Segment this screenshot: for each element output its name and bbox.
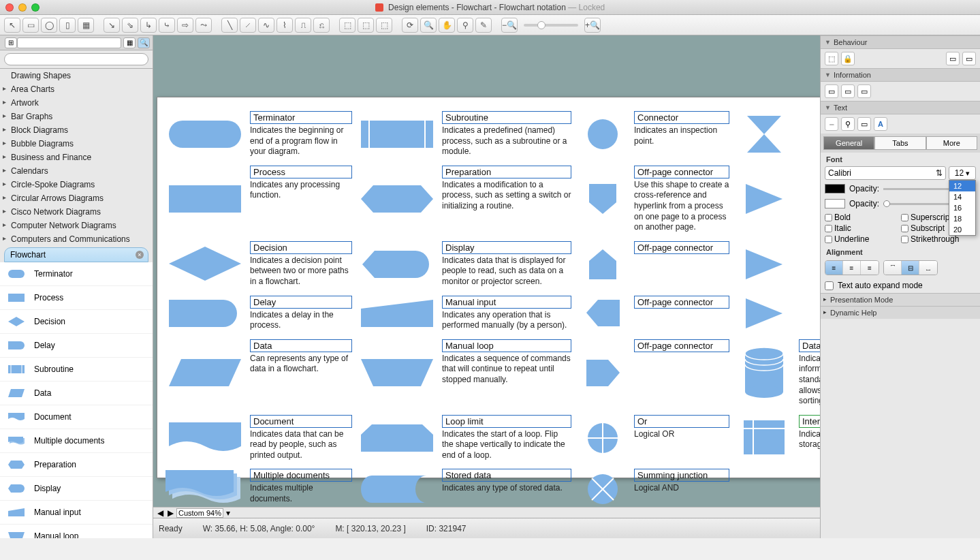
shape-list-item[interactable]: Preparation (0, 453, 153, 477)
group-3-icon[interactable]: ⬚ (376, 18, 392, 33)
canvas-shape[interactable] (733, 415, 795, 461)
tab-tabs[interactable]: Tabs (874, 136, 926, 150)
shape-list-item[interactable]: Process (0, 286, 153, 310)
canvas-shape[interactable] (733, 166, 795, 233)
close-window-icon[interactable] (5, 3, 14, 12)
zoom-select[interactable]: Custom 94% (176, 508, 223, 518)
checkbox[interactable] (825, 214, 832, 221)
align-center-button[interactable]: ≡ (843, 261, 861, 275)
library-search-input[interactable] (4, 53, 148, 65)
text-section[interactable]: Text (821, 101, 980, 114)
eyedrop-icon[interactable]: ⚲ (457, 18, 473, 33)
category-item[interactable]: Calendars (0, 164, 153, 178)
library-grid-icon[interactable]: ▦ (123, 37, 136, 48)
canvas-shape[interactable] (356, 241, 438, 287)
valign-top-button[interactable]: ⎴ (884, 261, 902, 275)
rect-tool-icon[interactable]: ▭ (22, 18, 39, 33)
canvas-shape[interactable] (164, 469, 246, 510)
zoom-tool-icon[interactable]: 🔍 (420, 18, 437, 33)
connector-3-icon[interactable]: ↳ (140, 18, 157, 33)
behaviour-section[interactable]: Behaviour (821, 35, 980, 49)
font-size-option[interactable]: 14 (949, 191, 975, 202)
connector-4-icon[interactable]: ⤷ (159, 18, 175, 33)
info-icon-2[interactable]: ▭ (841, 84, 855, 98)
behaviour-icon-1[interactable]: ⬚ (825, 52, 838, 65)
checkbox[interactable] (825, 236, 832, 243)
font-size-option[interactable]: 18 (949, 213, 975, 224)
canvas-shape[interactable] (164, 296, 246, 331)
canvas-area[interactable]: TerminatorIndicates the beginning or end… (153, 35, 820, 538)
category-item[interactable]: Circular Arrows Diagrams (0, 191, 153, 205)
zoom-in-icon[interactable]: +🔍 (584, 18, 601, 33)
align-right-button[interactable]: ≡ (861, 261, 879, 275)
flowchart-tab[interactable]: Flowchart × (4, 247, 148, 262)
pencil-icon[interactable]: ✎ (475, 18, 492, 33)
category-item[interactable]: Area Charts (0, 82, 153, 96)
canvas-shape[interactable] (356, 166, 438, 233)
canvas-shape[interactable] (575, 166, 630, 233)
canvas-shape[interactable] (733, 111, 795, 157)
canvas-shape[interactable] (733, 339, 795, 407)
line-1-icon[interactable]: ╲ (221, 18, 238, 33)
ellipse-tool-icon[interactable]: ◯ (41, 18, 57, 33)
canvas-shape[interactable] (575, 339, 630, 407)
tab-more[interactable]: More (926, 136, 977, 150)
canvas-shape[interactable] (356, 415, 438, 461)
bg-color-swatch[interactable] (825, 199, 845, 208)
info-icon-3[interactable]: ▭ (857, 84, 871, 98)
behaviour-icon-3[interactable]: ▭ (946, 52, 960, 65)
text-box-icon[interactable]: ▭ (857, 117, 871, 131)
group-1-icon[interactable]: ⬚ (339, 18, 355, 33)
canvas-shape[interactable] (575, 469, 630, 510)
category-item[interactable]: Computers and Communications (0, 232, 153, 246)
canvas-shape[interactable] (356, 339, 438, 407)
presentation-mode-item[interactable]: Presentation Mode (821, 293, 980, 306)
category-item[interactable]: Cisco Network Diagrams (0, 205, 153, 219)
checkbox[interactable] (901, 225, 908, 232)
shape-list-item[interactable]: Multiple documents (0, 429, 153, 453)
canvas-shape[interactable] (356, 111, 438, 157)
style-check-underline[interactable]: Underline (825, 234, 900, 244)
shape-list-item[interactable]: Display (0, 477, 153, 501)
canvas-shape[interactable] (575, 241, 630, 287)
library-search-icon[interactable]: 🔍 (138, 37, 150, 48)
line-6-icon[interactable]: ⎌ (313, 18, 330, 33)
valign-bot-button[interactable]: ⎵ (919, 261, 937, 275)
category-item[interactable]: Computer Network Diagrams (0, 219, 153, 232)
category-item[interactable]: Circle-Spoke Diagrams (0, 178, 153, 191)
font-size-dropdown[interactable]: 1214161820 (949, 180, 976, 236)
shape-list-item[interactable]: Subroutine (0, 358, 153, 382)
connector-1-icon[interactable]: ↘ (104, 18, 120, 33)
text-style-icon[interactable]: ⚲ (841, 117, 855, 131)
line-3-icon[interactable]: ∿ (258, 18, 274, 33)
canvas-shape[interactable] (164, 241, 246, 287)
checkbox[interactable] (825, 225, 832, 232)
shape-list-item[interactable]: Data (0, 382, 153, 405)
font-size-option[interactable]: 12 (949, 181, 975, 191)
table-tool-icon[interactable]: ▦ (78, 18, 94, 33)
minimize-window-icon[interactable] (18, 3, 27, 12)
style-check-bold[interactable]: Bold (825, 213, 900, 222)
checkbox[interactable] (901, 214, 908, 221)
library-filter-input[interactable] (17, 37, 121, 48)
canvas-shape[interactable] (356, 296, 438, 331)
canvas-shape[interactable] (575, 415, 630, 461)
zoom-out-icon[interactable]: −🔍 (501, 18, 518, 33)
style-check-strikethrough[interactable]: Strikethrough (901, 234, 976, 244)
line-5-icon[interactable]: ⎍ (295, 18, 311, 33)
font-family-select[interactable]: Calibri⇅ (825, 166, 946, 180)
canvas-shape[interactable] (164, 166, 246, 233)
connector-5-icon[interactable]: ⇨ (177, 18, 193, 33)
category-item[interactable]: Bubble Diagrams (0, 137, 153, 151)
rotate-icon[interactable]: ⟳ (402, 18, 418, 33)
align-left-button[interactable]: ≡ (825, 261, 843, 275)
font-size-option[interactable]: 20 (949, 224, 975, 235)
canvas-shape[interactable] (164, 111, 246, 157)
pointer-tool-icon[interactable]: ↖ (4, 18, 20, 33)
zoom-window-icon[interactable] (31, 3, 39, 12)
shape-list-item[interactable]: Terminator (0, 262, 153, 286)
text-font-icon[interactable]: A (874, 117, 887, 131)
valign-mid-button[interactable]: ⊟ (902, 261, 919, 275)
font-size-option[interactable]: 16 (949, 202, 975, 213)
shape-list-item[interactable]: Manual input (0, 501, 153, 525)
